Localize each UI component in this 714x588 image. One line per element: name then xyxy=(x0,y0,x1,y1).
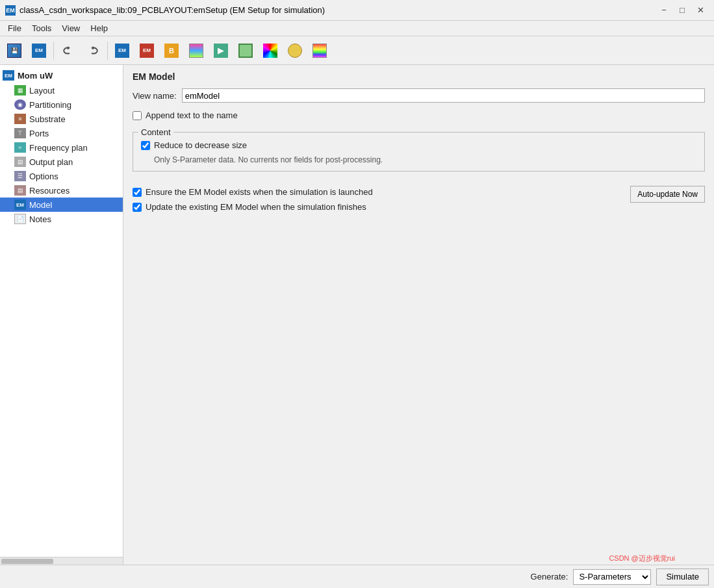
menu-file[interactable]: File xyxy=(3,22,27,34)
sidebar-item-layout-label: Layout xyxy=(29,86,55,96)
toolbar: 💾 EM EM EM B ▶ xyxy=(0,36,714,65)
titlebar-title: classA_csdn_workspace_lib:09_PCBLAYOUT:e… xyxy=(19,5,325,15)
scroll-thumb[interactable] xyxy=(1,559,53,564)
output-icon: ▤ xyxy=(14,157,26,167)
em-blue-icon: EM xyxy=(32,44,46,58)
sidebar-root-label: Mom uW xyxy=(18,71,53,81)
toolbar-sep-2 xyxy=(107,42,108,60)
sidebar: EM Mom uW ▦ Layout ◉ Partitioning ≡ Subs… xyxy=(0,65,123,565)
sidebar-item-resources-label: Resources xyxy=(29,186,70,196)
ensure-checkbox-row: Ensure the EM Model exists when the simu… xyxy=(133,185,624,199)
sidebar-item-ports-label: Ports xyxy=(29,129,49,138)
update-checkbox-row: Update the existing EM Model when the si… xyxy=(133,199,624,214)
bottom-row: Ensure the EM Model exists when the simu… xyxy=(133,185,705,214)
substrate-icon: ≡ xyxy=(14,114,26,124)
titlebar-controls: − □ ✕ xyxy=(656,4,709,17)
titlebar-left: EM classA_csdn_workspace_lib:09_PCBLAYOU… xyxy=(5,5,325,16)
resources-icon: ▤ xyxy=(14,185,26,196)
sidebar-item-options-label: Options xyxy=(29,172,58,181)
undo-button[interactable] xyxy=(57,40,80,62)
titlebar: EM classA_csdn_workspace_lib:09_PCBLAYOU… xyxy=(0,0,714,21)
main-area: EM Mom uW ▦ Layout ◉ Partitioning ≡ Subs… xyxy=(0,65,714,565)
notes-icon: 📄 xyxy=(14,214,26,224)
ensure-checkbox-label[interactable]: Ensure the EM Model exists when the simu… xyxy=(146,187,373,197)
color-wheel-button[interactable] xyxy=(259,40,282,62)
sidebar-item-ports[interactable]: ⊤ Ports xyxy=(0,126,123,140)
play-button[interactable]: ▶ xyxy=(209,40,233,62)
append-checkbox-row: Append text to the name xyxy=(133,108,705,123)
sidebar-item-notes[interactable]: 📄 Notes xyxy=(0,212,123,226)
menu-tools[interactable]: Tools xyxy=(27,22,57,34)
statusbar: Generate: S-Parameters Currents Fields S… xyxy=(0,565,714,588)
b-icon: B xyxy=(164,44,179,58)
em-setup-button[interactable]: EM xyxy=(27,40,51,62)
close-button[interactable]: ✕ xyxy=(692,4,709,17)
color-wheel-icon xyxy=(263,44,277,58)
app-icon: EM xyxy=(5,5,16,16)
content-fieldset-legend: Content xyxy=(138,127,173,137)
layers-icon xyxy=(189,44,203,58)
sidebar-item-partitioning[interactable]: ◉ Partitioning xyxy=(0,97,123,112)
sidebar-item-model-label: Model xyxy=(29,200,52,210)
redo-icon xyxy=(86,44,100,58)
sidebar-scrollbar[interactable] xyxy=(0,557,123,565)
auto-update-button[interactable]: Auto-update Now xyxy=(630,186,705,203)
sidebar-item-frequency-label: Frequency plan xyxy=(29,143,88,153)
sidebar-content: EM Mom uW ▦ Layout ◉ Partitioning ≡ Subs… xyxy=(0,65,123,557)
face-button[interactable] xyxy=(283,40,307,62)
box-button[interactable] xyxy=(234,40,257,62)
sidebar-item-notes-label: Notes xyxy=(29,214,51,224)
content-fieldset: Content Reduce to decrease size Only S-P… xyxy=(133,132,705,172)
em-red-button[interactable]: EM xyxy=(135,40,159,62)
em-icon-2: EM xyxy=(140,44,154,58)
update-checkbox-label[interactable]: Update the existing EM Model when the si… xyxy=(146,202,366,212)
view-name-row: View name: xyxy=(133,88,705,103)
sidebar-root[interactable]: EM Mom uW xyxy=(0,68,123,83)
sidebar-item-frequency[interactable]: ≈ Frequency plan xyxy=(0,140,123,155)
sidebar-item-substrate[interactable]: ≡ Substrate xyxy=(0,112,123,126)
mom-uw-icon: EM xyxy=(3,70,14,81)
sidebar-item-substrate-label: Substrate xyxy=(29,114,66,124)
rainbow-icon xyxy=(312,44,327,58)
sidebar-item-resources[interactable]: ▤ Resources xyxy=(0,183,123,198)
append-checkbox-label[interactable]: Append text to the name xyxy=(146,110,238,120)
simulate-button[interactable]: Simulate xyxy=(656,569,709,585)
options-icon: ☰ xyxy=(14,171,26,181)
sidebar-item-output-label: Output plan xyxy=(29,157,73,167)
save-button[interactable]: 💾 xyxy=(3,40,26,62)
b-button[interactable]: B xyxy=(160,40,183,62)
maximize-button[interactable]: □ xyxy=(674,4,691,17)
partitioning-icon: ◉ xyxy=(14,99,26,110)
menu-view[interactable]: View xyxy=(57,22,85,34)
sidebar-item-output[interactable]: ▤ Output plan xyxy=(0,155,123,169)
reduce-checkbox-row: Reduce to decrease size xyxy=(141,138,696,153)
rainbow-button[interactable] xyxy=(308,40,331,62)
minimize-button[interactable]: − xyxy=(656,4,672,17)
frequency-icon: ≈ xyxy=(14,142,26,153)
undo-icon xyxy=(61,44,75,58)
sidebar-item-partitioning-label: Partitioning xyxy=(29,100,71,110)
generate-select[interactable]: S-Parameters Currents Fields xyxy=(573,569,651,585)
append-checkbox[interactable] xyxy=(133,111,142,120)
view-name-label: View name: xyxy=(133,91,177,101)
sidebar-item-model[interactable]: EM Model xyxy=(0,198,123,212)
generate-label: Generate: xyxy=(531,572,568,582)
redo-button[interactable] xyxy=(81,40,105,62)
sidebar-item-layout[interactable]: ▦ Layout xyxy=(0,83,123,97)
reduce-checkbox-label[interactable]: Reduce to decrease size xyxy=(154,140,247,150)
layers-button[interactable] xyxy=(185,40,208,62)
menu-help[interactable]: Help xyxy=(85,22,113,34)
update-checkbox[interactable] xyxy=(133,203,142,212)
sidebar-item-options[interactable]: ☰ Options xyxy=(0,169,123,183)
toolbar-sep-1 xyxy=(53,42,54,60)
bottom-checkboxes: Ensure the EM Model exists when the simu… xyxy=(133,185,624,214)
em-blue-button[interactable]: EM xyxy=(110,40,134,62)
model-icon: EM xyxy=(14,199,26,210)
box-icon xyxy=(238,44,253,58)
em-icon-1: EM xyxy=(115,44,129,58)
view-name-input[interactable] xyxy=(182,88,705,103)
content-panel: EM Model View name: Append text to the n… xyxy=(123,65,714,565)
reduce-checkbox[interactable] xyxy=(141,141,150,150)
face-icon xyxy=(288,44,302,58)
ensure-checkbox[interactable] xyxy=(133,188,142,197)
